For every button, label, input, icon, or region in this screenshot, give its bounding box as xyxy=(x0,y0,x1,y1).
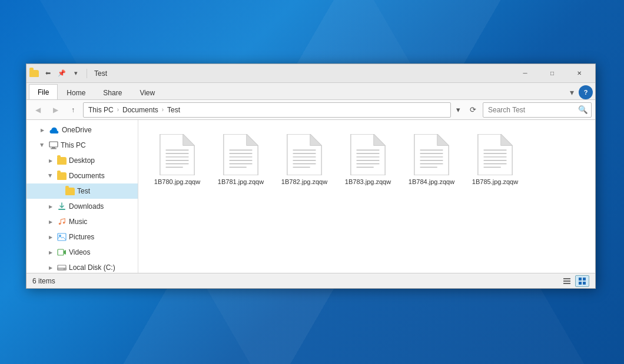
sidebar-item-test[interactable]: ▶ Test xyxy=(26,183,138,199)
file-icon xyxy=(414,134,449,175)
svg-rect-66 xyxy=(583,282,586,285)
expand-arrow-localdisk: ▶ xyxy=(47,263,55,272)
file-item[interactable]: 1B782.jpg.zqqw xyxy=(275,129,334,191)
sidebar-item-documents[interactable]: ▶ Documents xyxy=(26,168,138,183)
sidebar-item-pictures[interactable]: ▶ Pictures xyxy=(26,229,138,245)
expand-arrow-pictures: ▶ xyxy=(47,233,55,241)
sidebar-label-videos: Videos xyxy=(69,248,90,256)
svg-rect-63 xyxy=(579,278,582,280)
explorer-window: ⬅ 📌 ▾ Test ─ □ ✕ File Home Share View ▾ … xyxy=(26,64,596,289)
sidebar-label-localdisk: Local Disk (C:) xyxy=(69,263,115,272)
expand-arrow-onedrive: ▶ xyxy=(38,126,47,134)
svg-rect-6 xyxy=(58,233,66,241)
file-item[interactable]: 1B784.jpg.zqqw xyxy=(402,129,461,191)
file-name: 1B783.jpg.zqqw xyxy=(345,178,391,186)
ribbon-tabs: File Home Share View ▾ ? xyxy=(26,83,595,99)
file-icon xyxy=(223,134,258,175)
forward-button[interactable]: ▶ xyxy=(48,102,63,118)
close-button[interactable]: ✕ xyxy=(566,64,593,83)
downloads-icon xyxy=(57,202,67,211)
sidebar-item-desktop[interactable]: ▶ Desktop xyxy=(26,153,138,168)
up-button[interactable]: ↑ xyxy=(65,102,81,118)
sidebar-label-pictures: Pictures xyxy=(69,233,94,241)
sidebar-item-thispc[interactable]: ▶ This PC xyxy=(26,138,138,153)
qat-back-button[interactable]: ⬅ xyxy=(42,68,54,79)
back-button[interactable]: ◀ xyxy=(30,102,45,118)
svg-marker-45 xyxy=(437,134,449,145)
refresh-button[interactable]: ⟳ xyxy=(465,102,480,118)
ribbon-collapse-btn[interactable]: ▾ xyxy=(565,85,579,99)
sidebar-label-thispc: This PC xyxy=(61,141,86,149)
sidebar-item-downloads[interactable]: ▶ Downloads xyxy=(26,199,138,214)
breadcrumb-thispc[interactable]: This PC xyxy=(88,106,114,114)
window-title: Test xyxy=(94,69,107,78)
sidebar-label-desktop: Desktop xyxy=(69,156,95,165)
file-item[interactable]: 1B783.jpg.zqqw xyxy=(338,129,397,191)
sidebar-item-localdisk[interactable]: ▶ Local Disk (C:) xyxy=(26,260,138,273)
large-icons-view-button[interactable] xyxy=(575,275,589,287)
sidebar: ▶ OneDrive ▶ This PC ▶ Desk xyxy=(26,120,138,273)
window-icon xyxy=(29,68,39,79)
tab-file[interactable]: File xyxy=(29,84,58,99)
expand-arrow-downloads: ▶ xyxy=(47,202,55,211)
breadcrumb-test[interactable]: Test xyxy=(167,106,180,114)
minimize-button[interactable]: ─ xyxy=(512,64,539,83)
address-bar: ◀ ▶ ↑ This PC › Documents › Test ▾ ⟳ 🔍 xyxy=(26,100,595,120)
tab-share[interactable]: Share xyxy=(94,85,131,99)
sidebar-item-videos[interactable]: ▶ Videos xyxy=(26,245,138,260)
help-button[interactable]: ? xyxy=(579,85,593,99)
file-item[interactable]: 1B781.jpg.zqqw xyxy=(211,129,270,191)
svg-marker-53 xyxy=(501,134,512,145)
file-icon xyxy=(160,134,195,175)
sidebar-label-documents: Documents xyxy=(69,172,105,180)
sidebar-item-onedrive[interactable]: ▶ OneDrive xyxy=(26,122,138,138)
breadcrumb-documents[interactable]: Documents xyxy=(122,106,158,114)
main-area: ▶ OneDrive ▶ This PC ▶ Desk xyxy=(26,120,595,273)
tab-home[interactable]: Home xyxy=(58,85,94,99)
file-item[interactable]: 1B780.jpg.zqqw xyxy=(148,129,207,191)
svg-rect-64 xyxy=(583,278,586,280)
file-name: 1B782.jpg.zqqw xyxy=(281,178,327,186)
breadcrumb-sep-2: › xyxy=(162,106,164,113)
svg-rect-0 xyxy=(49,142,58,147)
file-item[interactable]: 1B785.jpg.zqqw xyxy=(466,129,525,191)
sidebar-label-onedrive: OneDrive xyxy=(62,126,92,134)
expand-arrow-thispc: ▶ xyxy=(38,141,47,149)
svg-rect-8 xyxy=(58,249,64,255)
window-controls: ─ □ ✕ xyxy=(512,64,593,83)
svg-point-5 xyxy=(63,222,65,224)
svg-rect-2 xyxy=(51,148,57,149)
expand-arrow-music: ▶ xyxy=(47,218,55,226)
svg-rect-65 xyxy=(579,282,582,285)
view-buttons xyxy=(560,275,589,287)
music-icon xyxy=(57,218,67,226)
file-name: 1B785.jpg.zqqw xyxy=(472,178,518,186)
videos-icon xyxy=(57,248,67,256)
search-box: 🔍 xyxy=(483,102,592,118)
svg-rect-61 xyxy=(563,280,570,282)
file-name: 1B780.jpg.zqqw xyxy=(154,178,200,186)
svg-marker-29 xyxy=(310,134,321,145)
tab-view[interactable]: View xyxy=(131,85,164,99)
sidebar-item-music[interactable]: ▶ Music xyxy=(26,214,138,229)
search-input[interactable] xyxy=(488,106,577,114)
content-area: 1B780.jpg.zqqw 1B781.jpg.zqqw xyxy=(138,120,595,273)
svg-rect-1 xyxy=(52,147,55,148)
address-dropdown-button[interactable]: ▾ xyxy=(453,102,463,118)
pictures-icon xyxy=(57,233,67,241)
sidebar-label-downloads: Downloads xyxy=(69,202,104,211)
address-breadcrumb[interactable]: This PC › Documents › Test xyxy=(83,102,451,118)
svg-rect-62 xyxy=(563,283,570,284)
expand-arrow-documents: ▶ xyxy=(47,172,55,180)
search-icon-button[interactable]: 🔍 xyxy=(577,104,589,116)
maximize-button[interactable]: □ xyxy=(539,64,566,83)
details-view-button[interactable] xyxy=(560,275,574,287)
thispc-icon xyxy=(49,141,58,149)
qat-pin-button[interactable]: 📌 xyxy=(56,68,68,79)
ribbon: File Home Share View ▾ ? xyxy=(26,83,595,100)
expand-arrow-videos: ▶ xyxy=(47,248,55,256)
qat-down-button[interactable]: ▾ xyxy=(70,68,82,79)
sidebar-label-test: Test xyxy=(77,187,90,195)
svg-point-4 xyxy=(59,223,61,225)
desktop-folder-icon xyxy=(57,157,67,165)
